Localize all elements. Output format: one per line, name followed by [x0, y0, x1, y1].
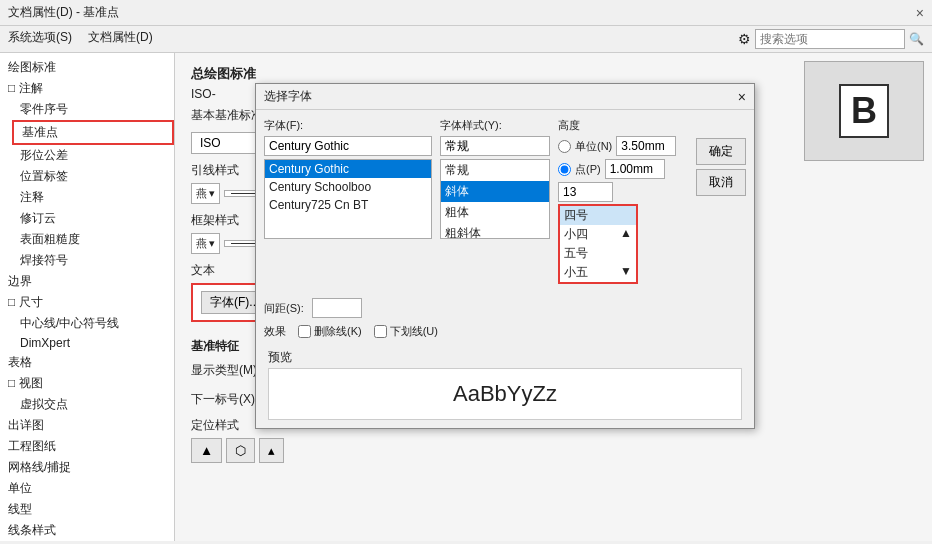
height-pt-value[interactable] — [558, 182, 613, 202]
style-item-italic[interactable]: 斜体 — [441, 181, 549, 202]
sidebar-item-border[interactable]: 边界 — [0, 271, 174, 292]
font-list-item-2[interactable]: Century725 Cn BT — [265, 196, 431, 214]
font-dialog: 选择字体 × 字体(F): Century Gothic Century Sch… — [255, 83, 755, 429]
menu-doc-properties[interactable]: 文档属性(D) — [88, 29, 153, 49]
basic-standard-label: 基本基准标准 — [191, 107, 263, 124]
content-area: B 总绘图标准 ISO- 基本基准标准 ISO 引线样式 燕 ▾ — [175, 53, 932, 541]
main-layout: 绘图标准 □ 注解 零件序号 基准点 形位公差 位置标签 注释 修订云 表面粗糙… — [0, 53, 932, 541]
sidebar-item-drawing-standard[interactable]: 绘图标准 — [0, 57, 174, 78]
spacing-row: 间距(S): — [264, 298, 746, 318]
height-size-item-0[interactable]: 四号 — [560, 206, 636, 225]
window-close-icon[interactable]: × — [916, 5, 924, 21]
height-unit-input[interactable] — [616, 136, 676, 156]
preview-letter: B — [839, 84, 889, 138]
gear-icon: ⚙ — [738, 31, 751, 47]
preview-section: 预览 AaBbYyZz — [264, 345, 746, 424]
spacing-section: 间距(S): 效果 删除线(K) 下划线(U) — [256, 298, 754, 428]
sidebar-item-dimxpert[interactable]: DimXpert — [12, 334, 174, 352]
sidebar-item-surface-finish[interactable]: 表面粗糙度 — [12, 229, 174, 250]
font-name-col: 字体(F): Century Gothic Century Schoolboo … — [264, 118, 432, 284]
next-label-label: 下一标号(X): — [191, 391, 261, 408]
underline-checkbox[interactable] — [374, 325, 387, 338]
height-unit-radio[interactable] — [558, 140, 571, 153]
sidebar-item-centerline[interactable]: 中心线/中心符号线 — [12, 313, 174, 334]
title-bar: 文档属性(D) - 基准点 × — [0, 0, 932, 26]
spacing-label: 间距(S): — [264, 301, 304, 316]
font-name-label: 字体(F): — [264, 118, 432, 133]
font-style-input[interactable] — [440, 136, 550, 156]
linestyle-selector1[interactable]: 燕 ▾ — [191, 183, 220, 204]
height-unit-label: 单位(N) — [575, 139, 612, 154]
font-dialog-ok-button[interactable]: 确定 — [696, 138, 746, 165]
height-point-input[interactable] — [605, 159, 665, 179]
font-name-input[interactable] — [264, 136, 432, 156]
anchor-btn-1[interactable]: ▲ — [191, 438, 222, 463]
height-point-row: 点(P) — [558, 159, 688, 179]
font-height-label: 高度 — [558, 118, 688, 133]
sidebar-item-view-group[interactable]: □ 视图 — [0, 373, 174, 394]
sidebar-item-detail[interactable]: 出详图 — [0, 415, 174, 436]
window-title: 文档属性(D) - 基准点 — [8, 4, 119, 21]
sidebar-item-location-label[interactable]: 位置标签 — [12, 166, 174, 187]
sidebar-item-drawing-sheet[interactable]: 工程图纸 — [0, 436, 174, 457]
preview-label: 预览 — [268, 349, 742, 366]
style-item-normal[interactable]: 常规 — [441, 160, 549, 181]
font-dialog-titlebar: 选择字体 × — [256, 84, 754, 110]
sidebar-item-grid[interactable]: 网格线/捕捉 — [0, 457, 174, 478]
strikethrough-checkbox[interactable] — [298, 325, 311, 338]
sidebar-item-dimension-group[interactable]: □ 尺寸 — [0, 292, 174, 313]
effects-row: 效果 删除线(K) 下划线(U) — [264, 324, 746, 339]
sidebar-item-weld-symbol[interactable]: 焊接符号 — [12, 250, 174, 271]
font-style-list[interactable]: 常规 斜体 粗体 粗斜体 — [440, 159, 550, 239]
font-dialog-title-text: 选择字体 — [264, 88, 312, 105]
sidebar-item-units[interactable]: 单位 — [0, 478, 174, 499]
sidebar-item-form-tolerance[interactable]: 形位公差 — [12, 145, 174, 166]
effects-label: 效果 — [264, 324, 286, 339]
underline-label[interactable]: 下划线(U) — [374, 324, 438, 339]
sidebar-item-annotation-group[interactable]: □ 注解 — [0, 78, 174, 99]
dialog-buttons: 确定 取消 — [696, 118, 746, 284]
anchor-btn-2[interactable]: ⬡ — [226, 438, 255, 463]
font-height-col: 高度 单位(N) 点(P) 四号 — [558, 118, 688, 284]
anchor-btn-3[interactable]: ▴ — [259, 438, 284, 463]
font-style-col: 字体样式(Y): 常规 斜体 粗体 粗斜体 — [440, 118, 550, 284]
font-name-list[interactable]: Century Gothic Century Schoolboo Century… — [264, 159, 432, 239]
style-item-bold-italic[interactable]: 粗斜体 — [441, 223, 549, 239]
font-list-item-1[interactable]: Century Schoolboo — [265, 178, 431, 196]
sidebar-item-datum[interactable]: 基准点 — [12, 120, 174, 145]
sidebar-item-table[interactable]: 表格 — [0, 352, 174, 373]
font-dialog-close-button[interactable]: × — [738, 89, 746, 105]
height-point-label: 点(P) — [575, 162, 601, 177]
font-dialog-cancel-button[interactable]: 取消 — [696, 169, 746, 196]
height-size-list[interactable]: 四号 小四▲ 五号 小五▼ — [558, 204, 638, 284]
height-size-item-3[interactable]: 小五▼ — [560, 263, 636, 282]
sidebar-item-line-style[interactable]: 线条样式 — [0, 520, 174, 541]
font-style-label: 字体样式(Y): — [440, 118, 550, 133]
menu-system-options[interactable]: 系统选项(S) — [8, 29, 72, 49]
style-item-bold[interactable]: 粗体 — [441, 202, 549, 223]
preview-text: AaBbYyZz — [268, 368, 742, 420]
spacing-input[interactable] — [312, 298, 362, 318]
height-point-radio[interactable] — [558, 163, 571, 176]
strikethrough-label[interactable]: 删除线(K) — [298, 324, 362, 339]
height-unit-row: 单位(N) — [558, 136, 688, 156]
sidebar-item-part-number[interactable]: 零件序号 — [12, 99, 174, 120]
sidebar-item-linetype[interactable]: 线型 — [0, 499, 174, 520]
display-type-label: 显示类型(M): — [191, 362, 261, 379]
height-size-item-2[interactable]: 五号 — [560, 244, 636, 263]
preview-box: B — [804, 61, 924, 161]
anchor-style-row: ▲ ⬡ ▴ — [191, 438, 916, 463]
font-list-item-0[interactable]: Century Gothic — [265, 160, 431, 178]
font-dialog-body: 字体(F): Century Gothic Century Schoolboo … — [256, 110, 754, 292]
menu-bar: 系统选项(S) 文档属性(D) ⚙ 🔍 — [0, 26, 932, 53]
sidebar: 绘图标准 □ 注解 零件序号 基准点 形位公差 位置标签 注释 修订云 表面粗糙… — [0, 53, 175, 541]
height-size-item-1[interactable]: 小四▲ — [560, 225, 636, 244]
frame-linestyle-selector[interactable]: 燕 ▾ — [191, 233, 220, 254]
sidebar-item-revision-cloud[interactable]: 修订云 — [12, 208, 174, 229]
sidebar-item-virtual-point[interactable]: 虚拟交点 — [12, 394, 174, 415]
sidebar-item-note[interactable]: 注释 — [12, 187, 174, 208]
search-icon: 🔍 — [909, 32, 924, 46]
search-input[interactable] — [755, 29, 905, 49]
